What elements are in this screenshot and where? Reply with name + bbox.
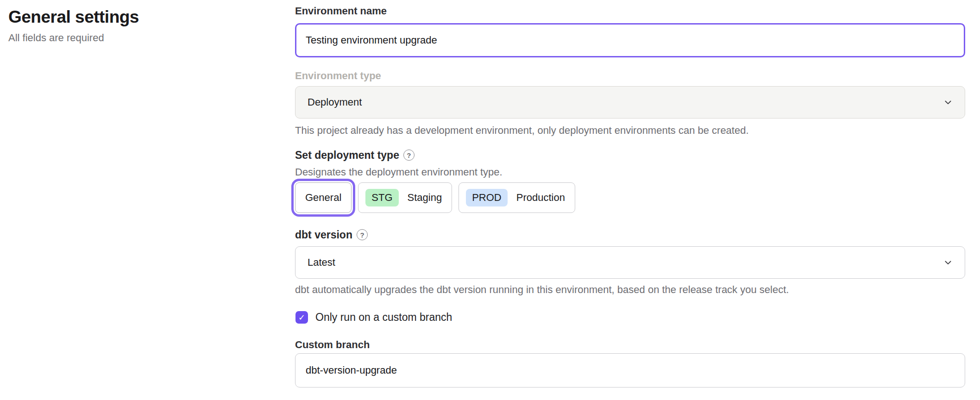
chevron-down-icon	[943, 258, 953, 267]
dbt-version-label-text: dbt version	[295, 228, 352, 242]
dbt-version-helper: dbt automatically upgrades the dbt versi…	[295, 283, 965, 296]
option-staging-label: Staging	[405, 192, 445, 204]
page-title: General settings	[8, 6, 268, 28]
checkmark-icon: ✓	[298, 312, 305, 323]
environment-settings-form: Environment name Environment type Deploy…	[295, 5, 965, 388]
deployment-type-option-production[interactable]: PROD Production	[459, 182, 575, 213]
deployment-type-description: Designates the deployment environment ty…	[295, 166, 965, 179]
help-icon[interactable]: ?	[403, 150, 415, 161]
page-subtitle: All fields are required	[8, 31, 268, 44]
chevron-down-icon	[943, 98, 953, 107]
environment-type-label: Environment type	[295, 69, 965, 82]
environment-name-label: Environment name	[295, 5, 965, 18]
deployment-type-option-general[interactable]: General	[295, 182, 352, 213]
deployment-type-options: General STG Staging PROD Production	[295, 182, 965, 213]
option-production-label: Production	[514, 192, 568, 204]
custom-branch-checkbox[interactable]: ✓	[295, 311, 308, 324]
production-badge: PROD	[466, 189, 508, 206]
general-settings-page: General settings All fields are required…	[0, 0, 980, 400]
deployment-type-option-staging[interactable]: STG Staging	[358, 182, 452, 213]
dbt-version-value: Latest	[308, 256, 335, 269]
staging-badge: STG	[365, 189, 398, 206]
help-icon[interactable]: ?	[357, 229, 368, 240]
dbt-version-select[interactable]: Latest	[295, 246, 965, 279]
environment-name-input[interactable]	[295, 23, 965, 57]
deployment-type-label-text: Set deployment type	[295, 148, 399, 162]
environment-type-value: Deployment	[308, 96, 362, 108]
custom-branch-checkbox-row: ✓ Only run on a custom branch	[295, 311, 965, 324]
environment-type-helper: This project already has a development e…	[295, 124, 965, 137]
environment-type-select[interactable]: Deployment	[295, 86, 965, 119]
custom-branch-checkbox-label[interactable]: Only run on a custom branch	[315, 311, 452, 324]
custom-branch-input[interactable]	[295, 353, 965, 388]
custom-branch-label: Custom branch	[295, 338, 965, 351]
dbt-version-label: dbt version ?	[295, 228, 965, 242]
option-general-label: General	[302, 192, 344, 204]
settings-header: General settings All fields are required	[8, 6, 268, 44]
deployment-type-label: Set deployment type ?	[295, 148, 965, 162]
